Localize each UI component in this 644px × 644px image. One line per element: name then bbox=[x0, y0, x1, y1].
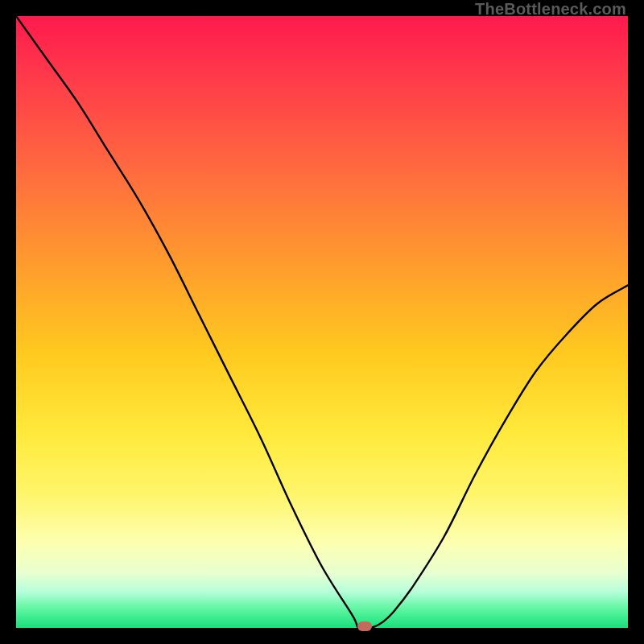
plot-area bbox=[16, 16, 628, 628]
bottleneck-curve bbox=[16, 16, 628, 628]
minimum-marker bbox=[357, 621, 372, 631]
chart-frame: TheBottleneck.com bbox=[0, 0, 644, 644]
